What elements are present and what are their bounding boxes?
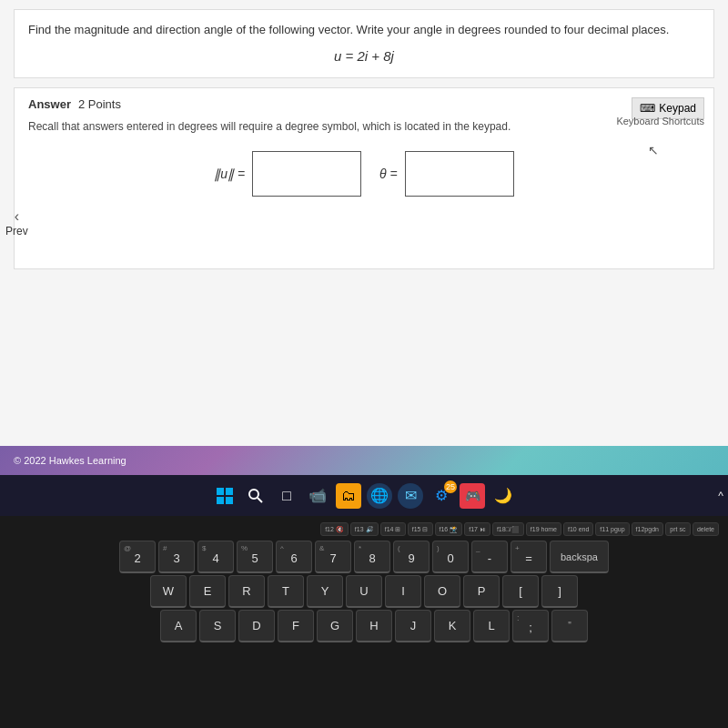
qwerty-row: W E R T Y U I O P [ ] bbox=[0, 574, 728, 609]
main-content: Find the magnitude and direction angle o… bbox=[0, 0, 728, 446]
steam-icon[interactable]: ⚙ 25 bbox=[429, 483, 454, 509]
key-g[interactable]: G bbox=[317, 610, 353, 642]
theta-label: θ = bbox=[379, 167, 398, 181]
key-w[interactable]: W bbox=[150, 575, 187, 608]
answer-label: Answer bbox=[28, 97, 71, 111]
norm-input[interactable] bbox=[252, 151, 361, 197]
key-f[interactable]: F bbox=[278, 610, 314, 642]
key-t[interactable]: T bbox=[268, 575, 304, 608]
notification-badge: 25 bbox=[444, 480, 457, 493]
theta-input[interactable] bbox=[405, 151, 514, 197]
fn-key-f18[interactable]: f18□/⬛ bbox=[492, 522, 524, 536]
key-k[interactable]: K bbox=[434, 610, 470, 642]
key-equals[interactable]: + = bbox=[511, 541, 547, 573]
key-e[interactable]: E bbox=[189, 575, 226, 608]
folder-icon[interactable]: 🗂 bbox=[336, 483, 361, 509]
key-h[interactable]: H bbox=[356, 610, 392, 642]
prev-arrow-icon: ‹ bbox=[15, 208, 19, 225]
windows-icon[interactable] bbox=[212, 483, 238, 509]
key-6[interactable]: ^ 6 bbox=[276, 541, 312, 573]
key-s[interactable]: S bbox=[199, 610, 236, 642]
svg-line-5 bbox=[258, 498, 262, 502]
fn-row: f12 🔇 f13 🔊 f14 ⊞ f15 ⊟ f16 📸 f17 ⏯ f18□… bbox=[0, 521, 728, 538]
fn-key-f17[interactable]: f17 ⏯ bbox=[464, 522, 490, 536]
search-icon[interactable] bbox=[243, 483, 268, 509]
key-8[interactable]: * 8 bbox=[354, 541, 390, 573]
fn-key-f19-home[interactable]: f19 home bbox=[526, 522, 561, 536]
key-semicolon[interactable]: : ; bbox=[512, 610, 549, 642]
keypad-button-label: Keypad bbox=[659, 102, 696, 115]
fn-key-f16[interactable]: f16 📸 bbox=[435, 522, 463, 536]
mail-icon[interactable]: ✉ bbox=[398, 483, 423, 509]
fn-key-delete[interactable]: delete bbox=[693, 522, 719, 536]
answer-header: Answer 2 Points bbox=[28, 97, 700, 111]
key-o[interactable]: O bbox=[424, 575, 460, 608]
fn-key-f12-mute[interactable]: f12 🔇 bbox=[320, 522, 349, 536]
browser-icon[interactable]: 🌐 bbox=[367, 483, 392, 509]
key-u[interactable]: U bbox=[346, 575, 382, 608]
keyboard-area: f12 🔇 f13 🔊 f14 ⊞ f15 ⊟ f16 📸 f17 ⏯ f18□… bbox=[0, 516, 728, 728]
key-y[interactable]: Y bbox=[307, 575, 343, 608]
fn-key-prtsc[interactable]: prt sc bbox=[665, 522, 691, 536]
svg-rect-2 bbox=[217, 497, 224, 504]
vector-equation: u = 2i + 8j bbox=[28, 46, 700, 67]
key-backspace[interactable]: backspa bbox=[550, 541, 609, 573]
fn-key-f10-end[interactable]: f10 end bbox=[563, 522, 593, 536]
svg-rect-1 bbox=[226, 488, 233, 495]
fn-key-f15[interactable]: f15 ⊟ bbox=[408, 522, 433, 536]
key-0[interactable]: ) 0 bbox=[432, 541, 469, 573]
answer-section: ⌨ Keypad Keyboard Shortcuts Answer 2 Poi… bbox=[14, 87, 714, 269]
recall-text: Recall that answers entered in degrees w… bbox=[28, 120, 700, 133]
system-tray-arrow[interactable]: ^ bbox=[718, 490, 723, 502]
norm-label: ‖u‖ = bbox=[214, 167, 245, 181]
theta-input-group: θ = bbox=[379, 151, 514, 197]
points-label: 2 Points bbox=[78, 97, 121, 111]
key-9[interactable]: ( 9 bbox=[393, 541, 430, 573]
key-3[interactable]: # 3 bbox=[158, 541, 195, 573]
taskbar-right: ^ bbox=[718, 490, 723, 502]
edge-icon[interactable]: 🌙 bbox=[490, 483, 516, 509]
key-lbracket[interactable]: [ bbox=[502, 575, 539, 608]
question-text: Find the magnitude and direction angle o… bbox=[28, 21, 700, 39]
files-icon[interactable]: □ bbox=[274, 483, 299, 509]
key-a[interactable]: A bbox=[160, 610, 197, 642]
taskbar: □ 📹 🗂 🌐 ✉ ⚙ 25 🎮 🌙 ^ bbox=[0, 475, 728, 516]
number-row: @ 2 # 3 $ 4 % 5 ^ 6 & 7 * 8 ( 9 bbox=[0, 540, 728, 574]
prev-nav[interactable]: ‹ Prev bbox=[0, 201, 34, 245]
key-7[interactable]: & 7 bbox=[315, 541, 351, 573]
video-icon[interactable]: 📹 bbox=[305, 483, 330, 509]
key-5[interactable]: % 5 bbox=[237, 541, 273, 573]
key-minus[interactable]: _ - bbox=[471, 541, 508, 573]
svg-point-4 bbox=[249, 490, 258, 499]
prev-label: Prev bbox=[5, 225, 28, 238]
game-icon[interactable]: 🎮 bbox=[460, 483, 485, 509]
keyboard-shortcuts-label: Keyboard Shortcuts bbox=[616, 116, 704, 126]
fn-key-f12-pgdn[interactable]: f12pgdn bbox=[632, 522, 663, 536]
home-row: A S D F G H J K L : ; " bbox=[0, 609, 728, 643]
key-r[interactable]: R bbox=[228, 575, 265, 608]
key-j[interactable]: J bbox=[395, 610, 431, 642]
footer-bar: © 2022 Hawkes Learning bbox=[0, 446, 728, 475]
fn-key-f11-pgup[interactable]: f11 pgup bbox=[595, 522, 629, 536]
key-i[interactable]: I bbox=[385, 575, 421, 608]
key-2[interactable]: @ 2 bbox=[119, 541, 156, 573]
key-rbracket[interactable]: ] bbox=[541, 575, 578, 608]
norm-input-group: ‖u‖ = bbox=[214, 151, 361, 197]
svg-rect-0 bbox=[217, 488, 224, 495]
key-quote[interactable]: " bbox=[551, 610, 588, 642]
question-box: Find the magnitude and direction angle o… bbox=[14, 9, 714, 78]
svg-rect-3 bbox=[226, 497, 233, 504]
keypad-icon: ⌨ bbox=[640, 102, 655, 115]
fn-key-f13-vol[interactable]: f13 🔊 bbox=[350, 522, 379, 536]
input-row: ‖u‖ = θ = bbox=[28, 151, 700, 197]
fn-key-f14[interactable]: f14 ⊞ bbox=[380, 522, 406, 536]
key-p[interactable]: P bbox=[463, 575, 500, 608]
key-d[interactable]: D bbox=[238, 610, 275, 642]
key-4[interactable]: $ 4 bbox=[197, 541, 234, 573]
cursor-indicator: ↖ bbox=[648, 143, 659, 157]
keyboard-shortcuts-link[interactable]: Keyboard Shortcuts bbox=[616, 116, 704, 126]
copyright-text: © 2022 Hawkes Learning bbox=[14, 455, 126, 466]
key-l[interactable]: L bbox=[473, 610, 510, 642]
